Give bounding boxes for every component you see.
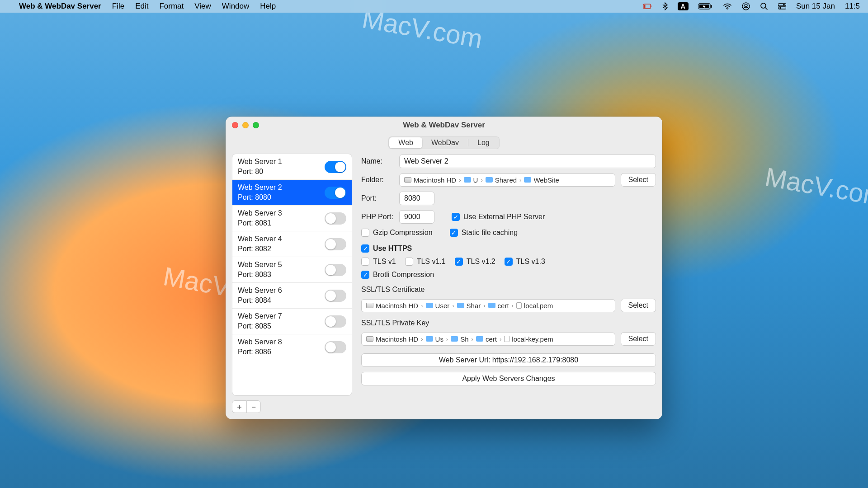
titlebar[interactable]: Web & WebDav Server	[226, 117, 662, 134]
wifi-icon[interactable]	[723, 3, 732, 9]
path-segment: Shar	[457, 302, 481, 310]
spotlight-icon[interactable]	[760, 2, 768, 10]
svg-rect-5	[711, 5, 712, 8]
server-toggle[interactable]	[325, 238, 346, 250]
port-label: Port:	[361, 194, 394, 202]
static-cache-checkbox[interactable]: ✓Static file caching	[450, 229, 518, 237]
server-url-display[interactable]: Web Server Url: https://192.168.2.179:80…	[361, 353, 656, 367]
apply-changes-button[interactable]: Apply Web Servers Changes	[361, 372, 656, 385]
server-name: Web Server 1	[238, 158, 282, 166]
battery-low-icon[interactable]	[643, 3, 652, 9]
chevron-right-icon: ›	[472, 336, 473, 343]
server-list-item[interactable]: Web Server 4 Port: 8082	[232, 231, 352, 257]
port-field[interactable]	[399, 192, 434, 205]
key-section-label: SSL/TLS Private Key	[361, 319, 656, 327]
battery-charging-icon[interactable]	[698, 3, 713, 9]
chevron-right-icon: ›	[481, 177, 482, 183]
brotli-checkbox[interactable]: ✓Brotli Compression	[361, 271, 434, 279]
tab-web[interactable]: Web	[389, 137, 422, 148]
server-list-item[interactable]: Web Server 7 Port: 8085	[232, 309, 352, 334]
svg-rect-2	[651, 5, 651, 7]
control-center-icon[interactable]	[778, 3, 786, 9]
tab-webdav[interactable]: WebDav	[422, 137, 468, 148]
server-toggle[interactable]	[325, 212, 346, 225]
watermark: MacV.com	[763, 161, 868, 212]
app-menu[interactable]: Web & WebDav Server	[19, 2, 101, 11]
server-port: Port: 8081	[238, 219, 282, 227]
server-port: Port: 8086	[238, 348, 282, 356]
hd-icon	[404, 177, 411, 183]
user-icon[interactable]	[742, 2, 750, 10]
key-select-button[interactable]: Select	[621, 332, 656, 346]
remove-server-button[interactable]: －	[246, 400, 261, 413]
menu-help[interactable]: Help	[260, 2, 276, 11]
svg-rect-12	[778, 7, 786, 9]
folder-icon	[524, 177, 531, 183]
menu-file[interactable]: File	[112, 2, 124, 11]
server-list-item[interactable]: Web Server 6 Port: 8084	[232, 283, 352, 309]
server-name: Web Server 7	[238, 312, 282, 320]
svg-rect-10	[778, 4, 786, 6]
server-detail-panel: Name: Folder: Macintosh HD› U› Shared› W…	[361, 154, 656, 413]
chevron-right-icon: ›	[452, 302, 454, 309]
menu-view[interactable]: View	[194, 2, 211, 11]
path-segment: Shared	[486, 176, 517, 184]
server-list-item[interactable]: Web Server 2 Port: 8080	[232, 180, 352, 206]
hd-icon	[366, 336, 373, 342]
add-server-button[interactable]: ＋	[232, 400, 246, 413]
file-icon	[516, 302, 522, 309]
menu-edit[interactable]: Edit	[135, 2, 148, 11]
tls-v1-checkbox[interactable]: TLS v1	[361, 258, 396, 266]
file-icon	[504, 336, 509, 342]
server-toggle[interactable]	[325, 161, 346, 173]
chevron-right-icon: ›	[446, 336, 448, 343]
chevron-right-icon: ›	[519, 177, 521, 183]
svg-point-13	[779, 7, 781, 9]
path-segment: Macintosh HD	[366, 335, 418, 343]
php-port-field[interactable]	[399, 210, 434, 224]
chevron-right-icon: ›	[421, 336, 423, 343]
folder-icon	[476, 336, 483, 342]
svg-point-11	[783, 4, 785, 6]
use-https-checkbox[interactable]: ✓Use HTTPS	[361, 244, 412, 253]
external-php-checkbox[interactable]: ✓Use External PHP Server	[452, 213, 545, 221]
folder-label: Folder:	[361, 176, 394, 184]
folder-icon	[457, 303, 464, 308]
menu-window[interactable]: Window	[222, 2, 249, 11]
server-toggle[interactable]	[325, 315, 346, 328]
folder-path-display: Macintosh HD› U› Shared› WebSite	[399, 174, 615, 187]
name-label: Name:	[361, 157, 394, 165]
svg-line-9	[765, 8, 767, 9]
folder-icon	[426, 303, 433, 308]
svg-rect-1	[644, 5, 645, 8]
input-source-indicator[interactable]: A	[678, 2, 689, 10]
server-toggle[interactable]	[325, 341, 346, 353]
bluetooth-icon[interactable]	[662, 2, 668, 10]
close-window-button[interactable]	[232, 122, 238, 128]
window-title: Web & WebDav Server	[226, 121, 662, 130]
minimize-window-button[interactable]	[242, 122, 249, 128]
name-field[interactable]	[399, 155, 656, 168]
server-list-item[interactable]: Web Server 1 Port: 80	[232, 154, 352, 180]
menubar-date[interactable]: Sun 15 Jan	[796, 2, 835, 11]
server-port: Port: 8083	[238, 271, 282, 279]
server-toggle[interactable]	[325, 187, 346, 199]
svg-point-7	[745, 4, 747, 7]
server-list-item[interactable]: Web Server 5 Port: 8083	[232, 257, 352, 283]
server-list-item[interactable]: Web Server 8 Port: 8086	[232, 334, 352, 360]
menu-format[interactable]: Format	[159, 2, 184, 11]
folder-select-button[interactable]: Select	[621, 173, 656, 187]
tls-v12-checkbox[interactable]: ✓TLS v1.2	[455, 258, 495, 266]
folder-icon	[488, 303, 495, 308]
server-toggle[interactable]	[325, 264, 346, 276]
tab-log[interactable]: Log	[468, 137, 499, 148]
menubar-time[interactable]: 11:5	[845, 2, 860, 11]
gzip-checkbox[interactable]: Gzip Compression	[361, 229, 433, 237]
server-list[interactable]: Web Server 1 Port: 80 Web Server 2 Port:…	[232, 154, 352, 396]
tls-v13-checkbox[interactable]: ✓TLS v1.3	[505, 258, 545, 266]
tls-v11-checkbox[interactable]: TLS v1.1	[405, 258, 446, 266]
server-toggle[interactable]	[325, 290, 346, 302]
zoom-window-button[interactable]	[253, 122, 259, 128]
cert-select-button[interactable]: Select	[621, 299, 656, 312]
server-list-item[interactable]: Web Server 3 Port: 8081	[232, 206, 352, 231]
